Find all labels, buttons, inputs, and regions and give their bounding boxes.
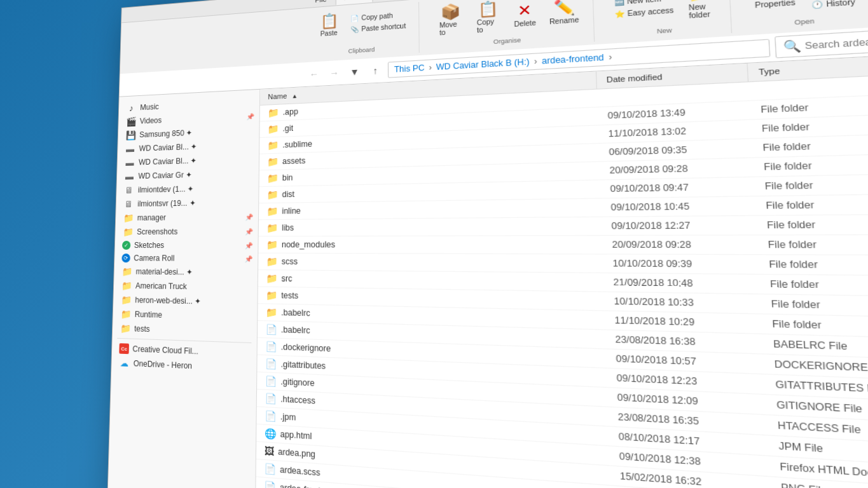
heron-web-desi-icon: 📁 <box>120 295 131 306</box>
organise-group-label: Organise <box>493 37 521 46</box>
file-name: ardea.png <box>278 447 315 459</box>
rename-label: Rename <box>549 15 579 25</box>
breadcrumb-sep-2: › <box>534 56 537 66</box>
open-group-label: Open <box>794 17 815 26</box>
folder-icon: 📁 <box>267 173 279 184</box>
paste-label: Paste <box>320 29 338 37</box>
move-to-label: Move to <box>439 20 462 37</box>
file-cell-type: File folder <box>755 217 868 233</box>
html-icon: 🌐 <box>265 428 276 440</box>
tests-icon: 📁 <box>120 323 131 334</box>
folder-icon: 📁 <box>266 240 278 250</box>
sidebar-item-screenshots[interactable]: 📁 Screenshots 📌 <box>115 224 258 239</box>
pin-icon-screenshots: 📌 <box>245 227 252 235</box>
file-name: tests <box>281 291 298 301</box>
search-input[interactable] <box>804 32 868 51</box>
file-cell-date: 21/09/2018 10:48 <box>603 274 760 292</box>
file-cell-type: File folder <box>760 296 868 315</box>
file-name: ardea.scss <box>280 464 320 478</box>
scss-icon: 📄 <box>264 463 275 475</box>
copy-path-icon: 📄 <box>350 14 359 22</box>
file-cell-type: File folder <box>761 316 868 336</box>
folder-icon: 📁 <box>266 290 277 301</box>
sketches-badge: ✓ <box>122 241 131 250</box>
delete-icon: ✕ <box>518 3 532 18</box>
file-cell-type: File folder <box>753 156 868 175</box>
creative-cloud-icon: Cc <box>119 343 129 354</box>
generic-file-icon: 📄 <box>265 393 277 405</box>
sidebar-label-ilmiontsvr: ilmiontsvr (19... ✦ <box>137 198 253 208</box>
properties-label: Properties <box>755 0 796 10</box>
file-cell-type: File folder <box>755 196 868 214</box>
history-button[interactable]: 🕐 History <box>806 0 862 11</box>
sidebar-item-material-desi[interactable]: 📁 material-desi... ✦ <box>114 264 258 280</box>
paste-button[interactable]: 📋 Paste <box>314 11 343 41</box>
pin-icon-manager: 📌 <box>245 213 252 220</box>
up-button[interactable]: ↑ <box>367 62 383 79</box>
material-desi-icon: 📁 <box>121 266 132 276</box>
generic-file-icon: 📄 <box>265 410 276 422</box>
sidebar-item-manager[interactable]: 📁 manager 📌 <box>116 210 258 226</box>
file-name: .gitattributes <box>280 360 326 371</box>
file-rows-container: 📁 .app 📁 .git 09/10/2018 13:49 File fold… <box>256 72 868 488</box>
generic-file-icon: 📄 <box>265 376 277 387</box>
folder-icon: 📁 <box>268 123 279 134</box>
file-name: inline <box>282 207 301 216</box>
file-cell-name: 📁 inline <box>259 200 601 219</box>
delete-label: Delete <box>514 18 536 27</box>
breadcrumb-ardea[interactable]: ardea-frontend <box>542 52 604 65</box>
file-cell-type: DOCKERIGNORE F... <box>763 356 868 377</box>
col-type-label: Type <box>759 66 780 76</box>
sidebar-label-screenshots: Screenshots <box>137 227 240 236</box>
file-name: node_modules <box>282 240 335 250</box>
file-cell-type: File folder <box>757 236 868 253</box>
sidebar-label-american-truck: American Truck <box>135 281 252 292</box>
new-folder-label: New folder <box>689 2 713 20</box>
wd-caviar-bk-icon: ▬ <box>125 144 135 154</box>
sidebar-label-manager: manager <box>137 212 240 222</box>
sidebar-label-heron-web-desi: heron-web-desi... ✦ <box>135 295 252 307</box>
history-icon: 🕐 <box>811 0 823 9</box>
folder-icon: 📁 <box>266 222 278 233</box>
folder-icon: 📁 <box>266 307 277 318</box>
file-cell-type: File folder <box>750 97 868 118</box>
back-button[interactable]: ← <box>306 65 322 82</box>
ribbon-group-clipboard: 📋 Paste 📄 Copy path 📎 Paste shortcut <box>306 2 419 60</box>
generic-file-icon: 📄 <box>266 324 277 336</box>
file-name: src <box>281 274 292 283</box>
paste-shortcut-icon: 📎 <box>350 25 359 33</box>
move-to-button[interactable]: 📦 Move to <box>433 1 468 39</box>
breadcrumb-this-pc[interactable]: This PC <box>394 63 425 74</box>
sidebar-item-ilmiontsvr[interactable]: 🖥 ilmiontsvr (19... ✦ <box>116 195 258 212</box>
folder-icon: 📁 <box>267 156 279 167</box>
file-cell-date: 11/10/2018 10:29 <box>604 313 761 332</box>
delete-button[interactable]: ✕ Delete <box>508 0 542 31</box>
forward-button[interactable]: → <box>326 64 343 81</box>
sidebar-label-wd-caviar-bk: WD Caviar Bl... ✦ <box>139 140 254 152</box>
file-cell-date <box>597 89 749 100</box>
breadcrumb-wd-caviar[interactable]: WD Caviar Black B (H:) <box>436 57 530 72</box>
new-folder-button[interactable]: 📁 New folder <box>681 0 720 23</box>
file-row[interactable]: 📁 node_modules 20/09/2018 09:28 File fol… <box>258 235 868 256</box>
clipboard-buttons: 📋 Paste 📄 Copy path 📎 Paste shortcut <box>314 5 410 40</box>
sidebar-item-tests[interactable]: 📁 tests <box>113 321 257 340</box>
file-cell-date: 10/10/2018 09:39 <box>603 256 759 273</box>
file-cell-date: 11/10/2018 13:02 <box>598 121 752 142</box>
sidebar-label-onedrive: OneDrive - Heron <box>134 359 251 374</box>
sidebar-item-camera-roll[interactable]: ⟳ Camera Roll 📌 <box>114 252 258 266</box>
file-cell-type: File folder <box>758 257 868 273</box>
organise-buttons: 📦 Move to 📋 Copy to ✕ Delete ✏️ Rename <box>433 0 584 39</box>
dropdown-button[interactable]: ▼ <box>347 63 363 79</box>
sidebar-item-sketches[interactable]: ✓ Sketches 📌 <box>115 239 258 252</box>
file-name: .gitignore <box>280 377 314 388</box>
properties-button[interactable]: 🔧 Properties <box>747 0 803 13</box>
rename-button[interactable]: ✏️ Rename <box>544 0 584 29</box>
pin-icon-sketches: 📌 <box>245 241 252 249</box>
folder-icon: 📁 <box>266 206 278 217</box>
open-small: 📂 Open ✏ Edit 🕐 History <box>804 0 861 11</box>
file-name: .dockerignore <box>281 342 331 353</box>
generic-file-icon: 📄 <box>265 341 277 353</box>
onedrive-icon: ☁ <box>119 358 130 369</box>
file-cell-type: File folder <box>759 276 868 294</box>
copy-to-button[interactable]: 📋 Copy to <box>471 0 506 37</box>
